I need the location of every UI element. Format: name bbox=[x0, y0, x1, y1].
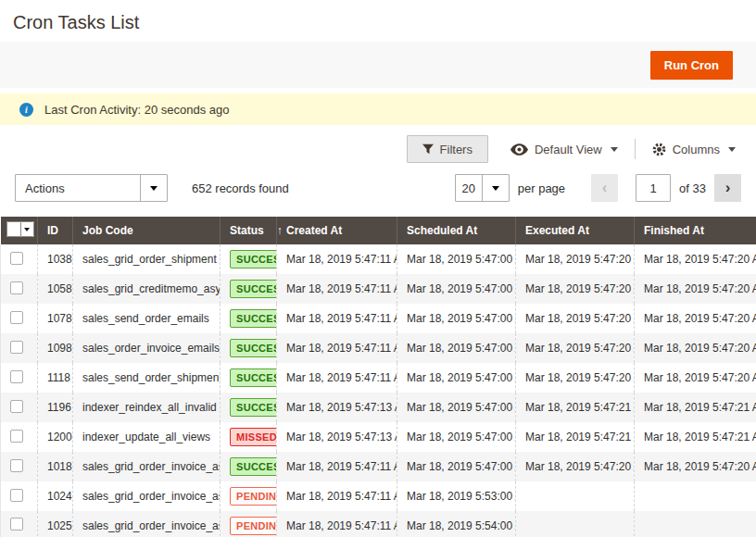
row-checkbox[interactable] bbox=[10, 459, 23, 472]
status-badge: SUCCESS bbox=[230, 309, 277, 328]
cell-executed-at: Mar 18, 2019 5:47:21 AM bbox=[516, 393, 635, 422]
filters-button-label: Filters bbox=[440, 143, 472, 156]
table-row: 1200 indexer_update_all_views MISSED Mar… bbox=[1, 422, 756, 452]
previous-page-button: ‹ bbox=[591, 174, 618, 202]
header-status[interactable]: Status↑ bbox=[220, 217, 277, 244]
cell-job-code: sales_send_order_shipment bbox=[73, 363, 220, 393]
cell-executed-at: Mar 18, 2019 5:47:20 AM bbox=[516, 244, 635, 274]
header-created-at[interactable]: Created At bbox=[277, 217, 397, 244]
cell-id: 1038 bbox=[38, 244, 73, 274]
cron-tasks-table: ID Job Code Status↑ Created At Scheduled… bbox=[0, 217, 756, 537]
grid-controls: Filters Default View Columns bbox=[0, 135, 756, 163]
row-checkbox[interactable] bbox=[10, 252, 23, 265]
chevron-down-icon bbox=[728, 147, 736, 152]
status-badge: SUCCESS bbox=[230, 339, 277, 357]
pagination: 20 per page ‹ of 33 › bbox=[455, 174, 741, 202]
select-all-caret-icon[interactable] bbox=[21, 221, 34, 237]
row-checkbox[interactable] bbox=[10, 281, 23, 294]
cell-finished-at: Mar 18, 2019 5:47:20 AM bbox=[635, 333, 756, 363]
cell-job-code: sales_grid_creditmemo_async bbox=[73, 274, 220, 304]
row-select-cell bbox=[1, 511, 38, 537]
cell-created-at: Mar 18, 2019 5:47:11 AM bbox=[277, 363, 397, 393]
cell-job-code: indexer_update_all_views bbox=[73, 422, 220, 452]
row-checkbox[interactable] bbox=[10, 489, 23, 502]
cell-job-code: sales_grid_order_invoice_async bbox=[73, 511, 220, 537]
cell-finished-at bbox=[635, 481, 756, 511]
cron-activity-notice: i Last Cron Activity: 20 seconds ago bbox=[0, 94, 756, 125]
chevron-down-icon bbox=[482, 175, 509, 201]
status-badge: SUCCESS bbox=[230, 250, 277, 268]
cell-executed-at: Mar 18, 2019 5:47:20 AM bbox=[516, 304, 635, 333]
view-switcher-label: Default View bbox=[535, 143, 602, 156]
eye-icon bbox=[510, 144, 528, 156]
row-checkbox[interactable] bbox=[10, 341, 23, 354]
table-row: 1024 sales_grid_order_invoice_async PEND… bbox=[1, 481, 756, 511]
cell-created-at: Mar 18, 2019 5:47:11 AM bbox=[277, 274, 397, 304]
cell-created-at: Mar 18, 2019 5:47:11 AM bbox=[277, 481, 397, 511]
row-checkbox[interactable] bbox=[10, 518, 23, 531]
cell-created-at: Mar 18, 2019 5:47:11 AM bbox=[277, 511, 397, 537]
status-badge: PENDING bbox=[230, 487, 277, 506]
cell-status: SUCCESS bbox=[220, 244, 277, 274]
header-scheduled-at[interactable]: Scheduled At bbox=[397, 217, 516, 244]
next-page-button[interactable]: › bbox=[714, 174, 741, 202]
table-row: 1196 indexer_reindex_all_invalid SUCCESS… bbox=[1, 393, 756, 422]
row-select-cell bbox=[1, 363, 38, 393]
cell-created-at: Mar 18, 2019 5:47:11 AM bbox=[277, 304, 397, 333]
select-all-header[interactable] bbox=[1, 217, 38, 244]
grid-actions-row: Actions 652 records found 20 per page ‹ … bbox=[0, 174, 756, 202]
row-checkbox[interactable] bbox=[10, 400, 23, 413]
row-select-cell bbox=[1, 452, 38, 481]
cell-job-code: sales_grid_order_shipment bbox=[73, 244, 220, 274]
cell-id: 1058 bbox=[38, 274, 73, 304]
records-found-text: 652 records found bbox=[192, 181, 289, 195]
current-page-input[interactable] bbox=[636, 174, 671, 202]
table-row: 1118 sales_send_order_shipment SUCCESS M… bbox=[1, 363, 756, 393]
row-checkbox[interactable] bbox=[10, 311, 23, 324]
info-icon: i bbox=[19, 103, 33, 117]
columns-control[interactable]: Columns bbox=[652, 143, 736, 156]
header-finished-at[interactable]: Finished At bbox=[635, 217, 756, 244]
cell-executed-at bbox=[516, 511, 635, 537]
sort-asc-icon: ↑ bbox=[277, 224, 283, 237]
status-badge: PENDING bbox=[230, 517, 277, 535]
status-badge: SUCCESS bbox=[230, 398, 277, 417]
table-row: 1058 sales_grid_creditmemo_async SUCCESS… bbox=[1, 274, 756, 304]
cell-created-at: Mar 18, 2019 5:47:13 AM bbox=[277, 422, 397, 452]
row-select-cell bbox=[1, 333, 38, 363]
cell-scheduled-at: Mar 18, 2019 5:47:00 AM bbox=[397, 304, 516, 333]
cell-created-at: Mar 18, 2019 5:47:13 AM bbox=[277, 393, 397, 422]
header-executed-at[interactable]: Executed At bbox=[516, 217, 635, 244]
page-title: Cron Tasks List bbox=[0, 0, 756, 42]
cell-status: PENDING bbox=[220, 511, 277, 537]
status-badge: MISSED bbox=[230, 428, 277, 446]
columns-control-label: Columns bbox=[673, 143, 720, 156]
table-row: 1018 sales_grid_order_invoice_async SUCC… bbox=[1, 452, 756, 481]
filter-icon bbox=[422, 144, 434, 155]
select-all-checkbox[interactable] bbox=[6, 221, 21, 237]
cell-finished-at: Mar 18, 2019 5:47:20 AM bbox=[635, 304, 756, 333]
cell-finished-at: Mar 18, 2019 5:47:20 AM bbox=[635, 363, 756, 393]
cell-id: 1078 bbox=[38, 304, 73, 333]
actions-select[interactable]: Actions bbox=[15, 174, 168, 202]
cell-id: 1018 bbox=[38, 452, 73, 481]
status-badge: SUCCESS bbox=[230, 457, 277, 476]
header-job-code[interactable]: Job Code bbox=[73, 217, 220, 244]
actions-select-value: Actions bbox=[16, 175, 140, 201]
row-checkbox[interactable] bbox=[10, 370, 23, 383]
page-actions-toolbar: Run Cron bbox=[0, 42, 756, 88]
row-select-cell bbox=[1, 244, 38, 274]
cell-status: SUCCESS bbox=[220, 393, 277, 422]
cell-status: PENDING bbox=[220, 481, 277, 511]
per-page-select[interactable]: 20 bbox=[455, 174, 510, 202]
view-switcher[interactable]: Default View bbox=[510, 143, 618, 156]
header-id[interactable]: ID bbox=[38, 217, 73, 244]
row-select-cell bbox=[1, 274, 38, 304]
cell-status: SUCCESS bbox=[220, 274, 277, 304]
cell-scheduled-at: Mar 18, 2019 5:54:00 AM bbox=[397, 511, 516, 537]
run-cron-button[interactable]: Run Cron bbox=[650, 51, 733, 80]
divider bbox=[635, 139, 636, 159]
filters-button[interactable]: Filters bbox=[407, 135, 488, 163]
row-checkbox[interactable] bbox=[10, 430, 23, 443]
cell-executed-at: Mar 18, 2019 5:47:20 AM bbox=[516, 363, 635, 393]
